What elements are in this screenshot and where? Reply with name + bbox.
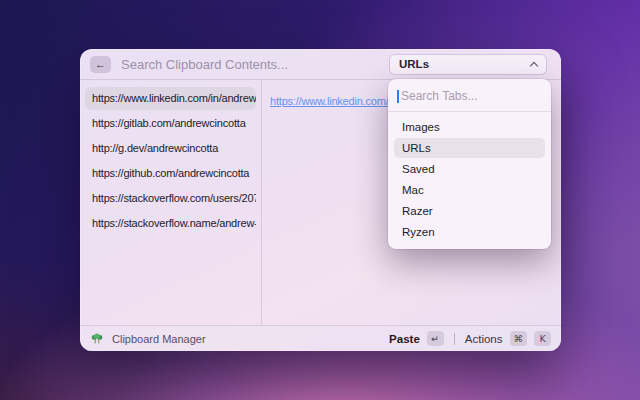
list-item[interactable]: https://stackoverflow.com/users/207...	[85, 187, 256, 210]
return-key-badge: ↵	[427, 331, 444, 346]
filter-selected-label: URLs	[399, 58, 429, 70]
clipboard-item-list: https://www.linkedin.com/in/andrew... ht…	[80, 80, 262, 325]
window-header: ← Search Clipboard Contents... URLs	[80, 49, 561, 80]
actions-button[interactable]: Actions	[465, 333, 503, 345]
tabs-search-placeholder: Search Tabs...	[401, 89, 478, 103]
list-item[interactable]: https://www.linkedin.com/in/andrew...	[85, 87, 256, 110]
command-key-badge: ⌘	[510, 331, 528, 346]
k-key-badge: K	[534, 331, 551, 346]
dropdown-divider	[388, 111, 551, 112]
dropdown-item-mac[interactable]: Mac	[394, 180, 545, 200]
back-button[interactable]: ←	[90, 56, 111, 73]
list-item[interactable]: http://g.dev/andrewcincotta	[85, 137, 256, 160]
filter-dropdown-button[interactable]: URLs	[389, 54, 547, 75]
filter-dropdown-panel: Search Tabs... Images URLs Saved Mac Raz…	[388, 79, 551, 249]
text-caret	[397, 90, 399, 103]
dropdown-item-saved[interactable]: Saved	[394, 159, 545, 179]
tabs-search-input[interactable]: Search Tabs...	[394, 84, 545, 108]
dropdown-item-urls[interactable]: URLs	[394, 138, 545, 158]
list-item[interactable]: https://gitlab.com/andrewcincotta	[85, 112, 256, 135]
list-item[interactable]: https://stackoverflow.name/andrew-...	[85, 212, 256, 235]
dropdown-item-razer[interactable]: Razer	[394, 201, 545, 221]
dropdown-item-ryzen[interactable]: Ryzen	[394, 222, 545, 242]
dropdown-item-images[interactable]: Images	[394, 117, 545, 137]
clipboard-search-input[interactable]: Search Clipboard Contents...	[121, 57, 288, 72]
list-item[interactable]: https://github.com/andrewcincotta	[85, 162, 256, 185]
preview-link[interactable]: https://www.linkedin.com/	[270, 95, 389, 107]
paste-button[interactable]: Paste	[389, 333, 420, 345]
back-arrow-icon: ←	[95, 58, 106, 70]
app-name-label: Clipboard Manager	[112, 333, 206, 345]
chevron-up-icon	[530, 61, 538, 69]
broccoli-icon	[90, 332, 104, 346]
desktop-background: ← Search Clipboard Contents... URLs http…	[0, 0, 640, 400]
footer-divider	[454, 333, 455, 345]
footer-actions: Paste ↵ Actions ⌘ K	[389, 331, 551, 346]
status-bar: Clipboard Manager Paste ↵ Actions ⌘ K	[80, 325, 561, 351]
